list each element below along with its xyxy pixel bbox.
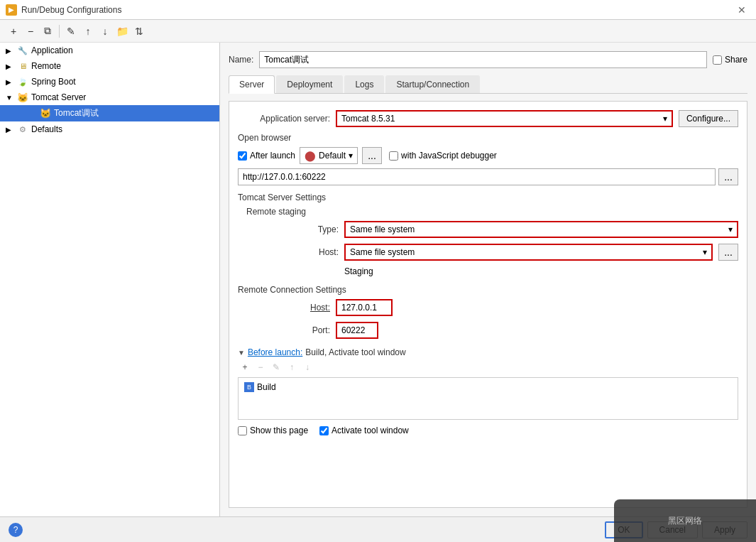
after-launch-checkbox-label[interactable]: After launch <box>238 151 295 161</box>
sort-button[interactable]: ⇅ <box>131 23 147 39</box>
js-debugger-checkbox[interactable] <box>389 151 398 161</box>
show-page-label[interactable]: Show this page <box>238 426 308 435</box>
before-launch-subtitle: Build, Activate tool window <box>305 347 405 357</box>
close-button[interactable]: ✕ <box>733 3 750 17</box>
tomcatdebug-icon: 🐱 <box>40 108 51 119</box>
name-input[interactable] <box>259 51 707 68</box>
tree-label-springboot: Spring Boot <box>31 77 76 87</box>
before-launch-down-button[interactable]: ↓ <box>300 360 314 374</box>
activate-window-checkbox[interactable] <box>319 426 329 435</box>
host1-dots-button[interactable]: ... <box>718 244 738 261</box>
host2-row: Host: <box>238 299 738 316</box>
before-launch-edit-button[interactable]: ✎ <box>269 360 283 374</box>
open-browser-row: After launch ⬤ Default ▾ ... with JavaSc… <box>238 147 738 164</box>
after-launch-checkbox[interactable] <box>238 151 247 161</box>
collapse-icon[interactable]: ▼ <box>238 349 245 357</box>
name-label: Name: <box>229 55 253 65</box>
footer-left: ? <box>9 523 23 537</box>
move-down-button[interactable]: ↓ <box>97 23 113 39</box>
share-checkbox[interactable] <box>713 55 722 65</box>
url-input[interactable] <box>238 168 716 185</box>
before-launch-section: ▼ Before launch: Build, Activate tool wi… <box>238 347 738 420</box>
tree-item-defaults[interactable]: ▶ ⚙ Defaults <box>0 121 219 137</box>
before-launch-up-button[interactable]: ↑ <box>285 360 299 374</box>
remote-staging-label: Remote staging <box>246 207 738 217</box>
title-bar: ▶ Run/Debug Configurations ✕ <box>0 0 756 20</box>
tree-item-remote[interactable]: ▶ 🖥 Remote <box>0 58 219 74</box>
tree-item-tomcat[interactable]: ▼ 🐱 Tomcat Server <box>0 90 219 105</box>
separator <box>59 25 60 38</box>
open-browser-label: Open browser <box>238 133 738 143</box>
tab-startup[interactable]: Startup/Connection <box>385 75 480 93</box>
right-panel: Name: Share Server Deployment Logs Start… <box>220 43 756 516</box>
arrow-icon: ▶ <box>6 126 14 134</box>
port-input[interactable] <box>336 322 378 339</box>
tomcat-icon: 🐱 <box>17 92 28 103</box>
host1-label: Host: <box>246 247 339 257</box>
host1-row: Host: Same file system ▾ ... <box>246 244 738 261</box>
tree-item-application[interactable]: ▶ 🔧 Application <box>0 43 219 58</box>
before-launch-toolbar: + − ✎ ↑ ↓ <box>238 360 738 374</box>
host1-arrow: ▾ <box>703 247 707 257</box>
app-server-arrow: ▾ <box>663 114 667 124</box>
host2-input[interactable] <box>336 299 393 316</box>
name-row: Name: Share <box>229 51 747 68</box>
activate-window-text: Activate tool window <box>332 426 409 435</box>
type-label: Type: <box>246 224 339 234</box>
build-item: B Build <box>241 381 735 394</box>
app-server-value: Tomcat 8.5.31 <box>341 114 395 124</box>
tree-item-tomcatdebug[interactable]: 🐱 Tomcat调试 <box>0 105 219 121</box>
show-page-checkbox[interactable] <box>238 426 247 435</box>
type-select[interactable]: Same file system ▾ <box>344 221 738 238</box>
build-list: B Build <box>238 377 738 420</box>
move-up-button[interactable]: ↑ <box>80 23 96 39</box>
window-title: Run/Debug Configurations <box>21 5 121 15</box>
arrow-icon: ▼ <box>6 94 14 102</box>
application-icon: 🔧 <box>17 45 28 56</box>
tree-item-springboot[interactable]: ▶ 🍃 Spring Boot <box>0 74 219 90</box>
after-launch-label: After launch <box>250 151 295 161</box>
type-arrow: ▾ <box>728 224 733 234</box>
bottom-options: Show this page Activate tool window <box>238 426 738 435</box>
staging-text: Staging <box>344 266 373 276</box>
browser-value: Default <box>319 151 346 161</box>
tab-deployment[interactable]: Deployment <box>276 75 343 93</box>
url-dots-button[interactable]: ... <box>718 168 738 185</box>
before-launch-add-button[interactable]: + <box>238 360 252 374</box>
tab-logs[interactable]: Logs <box>344 75 384 93</box>
folder-button[interactable]: 📁 <box>114 23 130 39</box>
host1-select[interactable]: Same file system ▾ <box>344 244 713 261</box>
port-label: Port: <box>238 325 330 335</box>
springboot-icon: 🍃 <box>17 76 28 87</box>
share-row: Share <box>713 55 747 65</box>
before-launch-remove-button[interactable]: − <box>253 360 268 374</box>
tree-label-remote: Remote <box>31 61 61 71</box>
server-tab-content: Application server: Tomcat 8.5.31 ▾ Conf… <box>229 101 747 508</box>
tab-server[interactable]: Server <box>229 75 275 94</box>
edit-config-button[interactable]: ✎ <box>63 23 79 39</box>
app-server-label: Application server: <box>238 114 330 124</box>
remote-connection-section: Remote Connection Settings Host: Port: <box>238 285 738 339</box>
app-server-select[interactable]: Tomcat 8.5.31 ▾ <box>336 110 673 127</box>
remove-config-button[interactable]: − <box>23 23 38 39</box>
add-config-button[interactable]: + <box>6 23 21 39</box>
before-launch-header: ▼ Before launch: Build, Activate tool wi… <box>238 347 738 357</box>
type-row: Type: Same file system ▾ <box>246 221 738 238</box>
js-debugger-text: with JavaScript debugger <box>401 151 497 161</box>
chrome-icon: ⬤ <box>305 150 316 161</box>
tree-label-defaults: Defaults <box>31 124 62 134</box>
show-page-text: Show this page <box>250 426 308 435</box>
tree-panel: ▶ 🔧 Application ▶ 🖥 Remote ▶ 🍃 Spring Bo… <box>0 43 220 516</box>
js-debugger-label[interactable]: with JavaScript debugger <box>389 151 497 161</box>
help-button[interactable]: ? <box>9 523 23 537</box>
configure-button[interactable]: Configure... <box>679 110 738 127</box>
tree-label-tomcatdebug: Tomcat调试 <box>54 107 99 119</box>
host2-label: Host: <box>238 303 330 313</box>
browser-dots-button[interactable]: ... <box>362 147 382 164</box>
app-icon: ▶ <box>6 4 17 16</box>
copy-config-button[interactable]: ⧉ <box>40 23 55 39</box>
activate-window-label[interactable]: Activate tool window <box>319 426 409 435</box>
before-launch-link[interactable]: Before launch: <box>248 347 302 357</box>
arrow-icon: ▶ <box>6 63 14 70</box>
browser-dropdown[interactable]: ⬤ Default ▾ <box>300 147 358 164</box>
